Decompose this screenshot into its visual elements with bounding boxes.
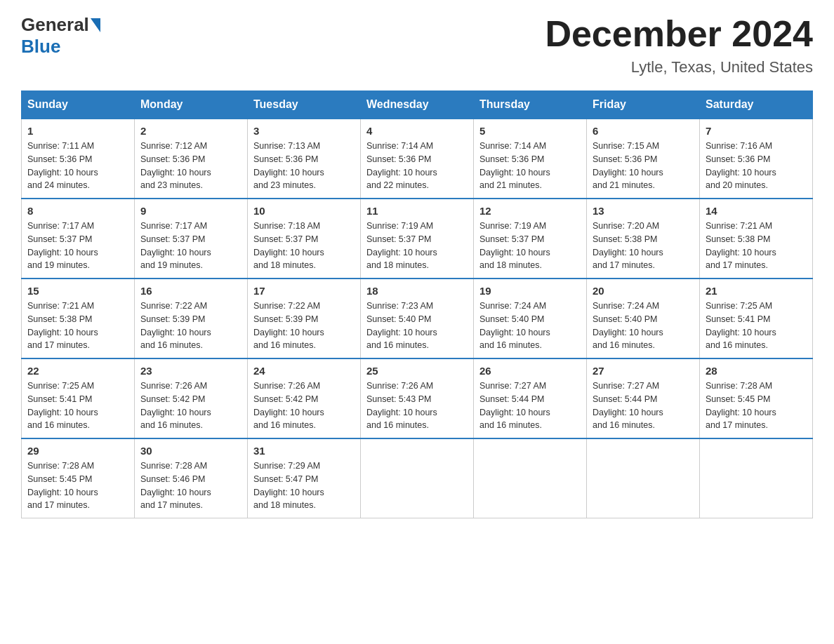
day-info: Sunrise: 7:24 AMSunset: 5:40 PMDaylight:… — [593, 300, 694, 352]
day-info: Sunrise: 7:19 AMSunset: 5:37 PMDaylight:… — [479, 220, 581, 272]
day-info: Sunrise: 7:15 AMSunset: 5:36 PMDaylight:… — [593, 140, 694, 192]
header-tuesday: Tuesday — [248, 91, 361, 119]
logo-arrow-icon — [91, 18, 100, 32]
calendar-week-row: 8 Sunrise: 7:17 AMSunset: 5:37 PMDayligh… — [22, 199, 813, 279]
day-number: 9 — [140, 205, 241, 217]
header-sunday: Sunday — [22, 91, 135, 119]
day-number: 17 — [253, 285, 355, 297]
day-info: Sunrise: 7:17 AMSunset: 5:37 PMDaylight:… — [140, 220, 241, 272]
day-info: Sunrise: 7:14 AMSunset: 5:36 PMDaylight:… — [366, 140, 468, 192]
day-info: Sunrise: 7:13 AMSunset: 5:36 PMDaylight:… — [253, 140, 355, 192]
day-info: Sunrise: 7:26 AMSunset: 5:42 PMDaylight:… — [140, 380, 241, 432]
calendar-cell: 21 Sunrise: 7:25 AMSunset: 5:41 PMDaylig… — [700, 279, 813, 358]
logo: General Blue — [21, 14, 102, 58]
calendar-cell: 25 Sunrise: 7:26 AMSunset: 5:43 PMDaylig… — [361, 358, 474, 438]
day-number: 3 — [253, 125, 355, 137]
day-number: 18 — [366, 285, 468, 297]
day-info: Sunrise: 7:26 AMSunset: 5:43 PMDaylight:… — [366, 380, 468, 432]
calendar-cell — [700, 438, 813, 518]
day-info: Sunrise: 7:12 AMSunset: 5:36 PMDaylight:… — [140, 140, 241, 192]
day-number: 5 — [479, 125, 581, 137]
day-number: 24 — [253, 365, 355, 377]
calendar-table: SundayMondayTuesdayWednesdayThursdayFrid… — [21, 90, 813, 518]
day-info: Sunrise: 7:28 AMSunset: 5:45 PMDaylight:… — [27, 459, 128, 512]
day-number: 7 — [706, 125, 807, 137]
day-number: 25 — [366, 365, 468, 377]
day-info: Sunrise: 7:11 AMSunset: 5:36 PMDaylight:… — [27, 140, 128, 192]
day-info: Sunrise: 7:18 AMSunset: 5:37 PMDaylight:… — [253, 220, 355, 272]
calendar-cell: 14 Sunrise: 7:21 AMSunset: 5:38 PMDaylig… — [700, 199, 813, 279]
day-info: Sunrise: 7:20 AMSunset: 5:38 PMDaylight:… — [593, 220, 694, 272]
calendar-cell: 23 Sunrise: 7:26 AMSunset: 5:42 PMDaylig… — [135, 358, 248, 438]
calendar-cell: 22 Sunrise: 7:25 AMSunset: 5:41 PMDaylig… — [22, 358, 135, 438]
day-number: 4 — [366, 125, 468, 137]
calendar-cell: 15 Sunrise: 7:21 AMSunset: 5:38 PMDaylig… — [22, 279, 135, 358]
calendar-cell — [361, 438, 474, 518]
day-info: Sunrise: 7:24 AMSunset: 5:40 PMDaylight:… — [479, 300, 581, 352]
header-wednesday: Wednesday — [361, 91, 474, 119]
calendar-cell: 10 Sunrise: 7:18 AMSunset: 5:37 PMDaylig… — [248, 199, 361, 279]
calendar-cell: 7 Sunrise: 7:16 AMSunset: 5:36 PMDayligh… — [700, 119, 813, 199]
day-info: Sunrise: 7:17 AMSunset: 5:37 PMDaylight:… — [27, 220, 128, 272]
logo-general: General — [21, 14, 89, 36]
header-thursday: Thursday — [474, 91, 587, 119]
header-friday: Friday — [587, 91, 700, 119]
day-info: Sunrise: 7:28 AMSunset: 5:46 PMDaylight:… — [140, 459, 241, 512]
day-info: Sunrise: 7:23 AMSunset: 5:40 PMDaylight:… — [366, 300, 468, 352]
page-header: General Blue December 2024 Lytle, Texas,… — [21, 14, 813, 76]
calendar-week-row: 15 Sunrise: 7:21 AMSunset: 5:38 PMDaylig… — [22, 279, 813, 358]
calendar-cell — [474, 438, 587, 518]
title-area: December 2024 Lytle, Texas, United State… — [545, 14, 813, 76]
day-number: 15 — [27, 285, 128, 297]
day-number: 29 — [27, 445, 128, 457]
day-info: Sunrise: 7:19 AMSunset: 5:37 PMDaylight:… — [366, 220, 468, 272]
calendar-cell: 12 Sunrise: 7:19 AMSunset: 5:37 PMDaylig… — [474, 199, 587, 279]
calendar-cell: 9 Sunrise: 7:17 AMSunset: 5:37 PMDayligh… — [135, 199, 248, 279]
calendar-cell: 16 Sunrise: 7:22 AMSunset: 5:39 PMDaylig… — [135, 279, 248, 358]
day-info: Sunrise: 7:14 AMSunset: 5:36 PMDaylight:… — [479, 140, 581, 192]
calendar-week-row: 29 Sunrise: 7:28 AMSunset: 5:45 PMDaylig… — [22, 438, 813, 518]
day-number: 20 — [593, 285, 694, 297]
day-info: Sunrise: 7:28 AMSunset: 5:45 PMDaylight:… — [706, 380, 807, 432]
day-info: Sunrise: 7:27 AMSunset: 5:44 PMDaylight:… — [479, 380, 581, 432]
day-info: Sunrise: 7:25 AMSunset: 5:41 PMDaylight:… — [706, 300, 807, 352]
day-number: 23 — [140, 365, 241, 377]
calendar-cell — [587, 438, 700, 518]
calendar-header-row: SundayMondayTuesdayWednesdayThursdayFrid… — [22, 91, 813, 119]
day-number: 21 — [706, 285, 807, 297]
day-number: 27 — [593, 365, 694, 377]
day-info: Sunrise: 7:29 AMSunset: 5:47 PMDaylight:… — [253, 459, 355, 512]
calendar-cell: 27 Sunrise: 7:27 AMSunset: 5:44 PMDaylig… — [587, 358, 700, 438]
day-info: Sunrise: 7:25 AMSunset: 5:41 PMDaylight:… — [27, 380, 128, 432]
day-info: Sunrise: 7:21 AMSunset: 5:38 PMDaylight:… — [27, 300, 128, 352]
calendar-cell: 20 Sunrise: 7:24 AMSunset: 5:40 PMDaylig… — [587, 279, 700, 358]
day-number: 8 — [27, 205, 128, 217]
calendar-cell: 18 Sunrise: 7:23 AMSunset: 5:40 PMDaylig… — [361, 279, 474, 358]
calendar-week-row: 22 Sunrise: 7:25 AMSunset: 5:41 PMDaylig… — [22, 358, 813, 438]
day-number: 26 — [479, 365, 581, 377]
calendar-cell: 13 Sunrise: 7:20 AMSunset: 5:38 PMDaylig… — [587, 199, 700, 279]
calendar-cell: 2 Sunrise: 7:12 AMSunset: 5:36 PMDayligh… — [135, 119, 248, 199]
calendar-cell: 17 Sunrise: 7:22 AMSunset: 5:39 PMDaylig… — [248, 279, 361, 358]
calendar-cell: 8 Sunrise: 7:17 AMSunset: 5:37 PMDayligh… — [22, 199, 135, 279]
location: Lytle, Texas, United States — [545, 58, 813, 76]
calendar-cell: 24 Sunrise: 7:26 AMSunset: 5:42 PMDaylig… — [248, 358, 361, 438]
day-info: Sunrise: 7:27 AMSunset: 5:44 PMDaylight:… — [593, 380, 694, 432]
calendar-cell: 6 Sunrise: 7:15 AMSunset: 5:36 PMDayligh… — [587, 119, 700, 199]
day-number: 12 — [479, 205, 581, 217]
day-number: 16 — [140, 285, 241, 297]
day-number: 28 — [706, 365, 807, 377]
day-number: 22 — [27, 365, 128, 377]
header-monday: Monday — [135, 91, 248, 119]
day-info: Sunrise: 7:22 AMSunset: 5:39 PMDaylight:… — [140, 300, 241, 352]
day-number: 14 — [706, 205, 807, 217]
day-info: Sunrise: 7:16 AMSunset: 5:36 PMDaylight:… — [706, 140, 807, 192]
calendar-cell: 11 Sunrise: 7:19 AMSunset: 5:37 PMDaylig… — [361, 199, 474, 279]
calendar-cell: 30 Sunrise: 7:28 AMSunset: 5:46 PMDaylig… — [135, 438, 248, 518]
day-number: 11 — [366, 205, 468, 217]
logo-blue: Blue — [21, 36, 60, 58]
calendar-cell: 3 Sunrise: 7:13 AMSunset: 5:36 PMDayligh… — [248, 119, 361, 199]
day-info: Sunrise: 7:26 AMSunset: 5:42 PMDaylight:… — [253, 380, 355, 432]
calendar-cell: 19 Sunrise: 7:24 AMSunset: 5:40 PMDaylig… — [474, 279, 587, 358]
calendar-cell: 29 Sunrise: 7:28 AMSunset: 5:45 PMDaylig… — [22, 438, 135, 518]
